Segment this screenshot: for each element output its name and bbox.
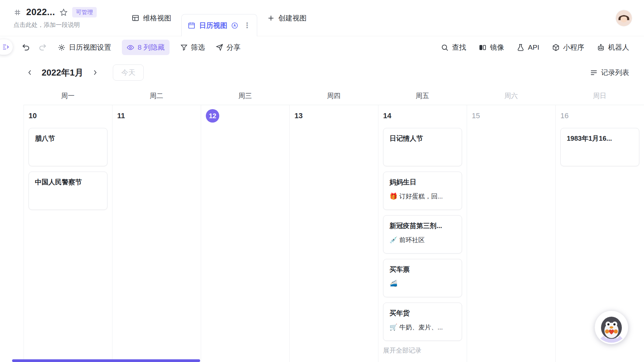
event-card[interactable]: 妈妈生日🎁 订好蛋糕，回...	[383, 172, 462, 210]
event-card[interactable]: 日记情人节	[383, 128, 462, 166]
calendar-grid: 10腊八节中国人民警察节11121314日记情人节妈妈生日🎁 订好蛋糕，回...…	[24, 105, 644, 362]
weekday-label: 周一	[24, 91, 112, 100]
horizontal-scrollbar[interactable]	[12, 359, 200, 362]
share-button[interactable]: 分享	[216, 43, 241, 52]
event-title: 腊八节	[35, 134, 101, 143]
filter-button[interactable]: 筛选	[180, 43, 205, 52]
tab-grid-view[interactable]: 维格视图	[124, 0, 179, 36]
app-header: 2022... 可管理 点击此处，添加一段说明 维格视图	[0, 0, 644, 36]
date-number: 16	[560, 109, 639, 123]
widget-button[interactable]: 小程序	[552, 43, 584, 52]
widget-label: 小程序	[563, 43, 584, 52]
weekday-label: 周四	[289, 91, 378, 100]
weekday-label: 周三	[201, 91, 289, 100]
robot-button[interactable]: 机器人	[597, 43, 629, 52]
next-month-button[interactable]	[89, 66, 101, 79]
day-cell-13[interactable]: 13	[289, 105, 378, 362]
date-number: 15	[472, 109, 551, 123]
prev-month-button[interactable]	[24, 66, 36, 79]
event-subtitle: 🛒 牛奶、麦片、...	[389, 323, 456, 332]
mirror-button[interactable]: 镜像	[479, 43, 504, 52]
event-card[interactable]: 新冠疫苗第三剂...💉 前环社区	[383, 215, 462, 254]
event-title: 新冠疫苗第三剂...	[389, 221, 456, 230]
event-title: 妈妈生日	[389, 178, 456, 187]
date-number: 14	[383, 109, 462, 123]
calendar-settings-button[interactable]: 日历视图设置	[58, 43, 111, 52]
event-card[interactable]: 买车票🚄	[383, 259, 462, 297]
user-avatar[interactable]	[616, 10, 632, 26]
permission-badge: 可管理	[72, 7, 97, 17]
api-label: API	[528, 43, 539, 51]
mirror-label: 镜像	[490, 43, 504, 52]
event-subtitle: 🎁 订好蛋糕，回...	[389, 192, 456, 201]
weekday-header-row: 周一周二周三周四周五周六周日	[24, 87, 644, 105]
tab-create-view[interactable]: 创建视图	[259, 0, 315, 36]
tab-grid-label: 维格视图	[143, 13, 171, 23]
robot-icon	[597, 44, 605, 51]
date-number: 11	[117, 109, 196, 123]
event-subtitle: 🚄	[389, 279, 456, 287]
date-number: 10	[29, 109, 107, 123]
expand-all-records-link[interactable]: 展开全部记录	[383, 346, 462, 355]
hidden-fields-label: 8 列隐藏	[138, 43, 165, 52]
view-tabs: 维格视图 日历视图 ⋮ 创建视图	[124, 0, 315, 36]
expand-sidebar-handle[interactable]	[0, 39, 13, 55]
send-icon	[216, 44, 223, 51]
gear-icon	[58, 44, 65, 51]
hidden-fields-button[interactable]: 8 列隐藏	[122, 40, 170, 55]
list-icon	[590, 69, 598, 77]
find-button[interactable]: 查找	[441, 43, 466, 52]
weekday-label: 周日	[555, 91, 644, 100]
tab-calendar-view[interactable]: 日历视图 ⋮	[181, 14, 257, 36]
weekday-label: 周二	[112, 91, 201, 100]
day-cell-11[interactable]: 11	[112, 105, 201, 362]
tab-calendar-label: 日历视图	[199, 21, 227, 30]
today-button[interactable]: 今天	[113, 64, 144, 81]
grid-view-icon	[132, 14, 139, 22]
calendar-view-icon	[188, 21, 195, 29]
event-title: 买车票	[389, 265, 456, 274]
event-card[interactable]: 买年货🛒 牛奶、麦片、...	[383, 303, 462, 341]
day-cell-12[interactable]: 12	[201, 105, 289, 362]
toolbar-right-group: 查找 镜像 API	[441, 43, 629, 52]
record-list-button[interactable]: 记录列表	[590, 68, 629, 77]
cube-icon	[552, 44, 560, 51]
event-subtitle: 💉 前环社区	[389, 236, 456, 244]
undo-icon[interactable]	[21, 43, 30, 52]
event-title: 日记情人节	[389, 134, 456, 143]
view-toolbar: 日历视图设置 8 列隐藏 筛选 分享	[0, 36, 644, 58]
day-cell-14[interactable]: 14日记情人节妈妈生日🎁 订好蛋糕，回...新冠疫苗第三剂...💉 前环社区买车…	[378, 105, 467, 362]
find-label: 查找	[452, 43, 466, 52]
calendar-header: 2022年1月 今天 记录列表	[24, 58, 644, 87]
weekday-label: 周六	[467, 91, 555, 100]
flask-icon	[517, 44, 524, 51]
event-title: 买年货	[389, 309, 456, 318]
event-card[interactable]: 腊八节	[29, 128, 107, 166]
event-title: 1983年1月16...	[567, 134, 633, 143]
share-label: 分享	[227, 43, 241, 52]
day-cell-10[interactable]: 10腊八节中国人民警察节	[24, 105, 112, 362]
calendar-view: 2022年1月 今天 记录列表 周一周二周三周四周五周六周日 10腊八节中国人民…	[0, 58, 644, 362]
document-title: 2022...	[26, 7, 55, 17]
star-icon[interactable]	[60, 8, 67, 16]
tab-more-menu-icon[interactable]: ⋮	[243, 21, 251, 30]
day-cell-15[interactable]: 15	[467, 105, 555, 362]
document-description-placeholder[interactable]: 点击此处，添加一段说明	[13, 21, 97, 29]
tab-create-label: 创建视图	[278, 13, 307, 23]
document-title-block: 2022... 可管理 点击此处，添加一段说明	[13, 7, 97, 29]
datasheet-icon	[13, 8, 21, 16]
plus-icon	[267, 14, 275, 22]
auto-sync-icon[interactable]	[231, 22, 238, 29]
event-card[interactable]: 中国人民警察节	[29, 172, 107, 210]
eye-icon	[127, 44, 134, 51]
event-card[interactable]: 1983年1月16...	[560, 128, 639, 166]
weekday-label: 周五	[378, 91, 467, 100]
mascot-sticker[interactable]	[594, 310, 629, 345]
api-button[interactable]: API	[517, 43, 539, 51]
month-title: 2022年1月	[42, 67, 83, 79]
date-number-today: 12	[206, 109, 219, 123]
calendar-settings-label: 日历视图设置	[69, 43, 111, 52]
redo-icon[interactable]	[38, 43, 47, 52]
funnel-icon	[180, 44, 188, 51]
mirror-icon	[479, 44, 487, 51]
